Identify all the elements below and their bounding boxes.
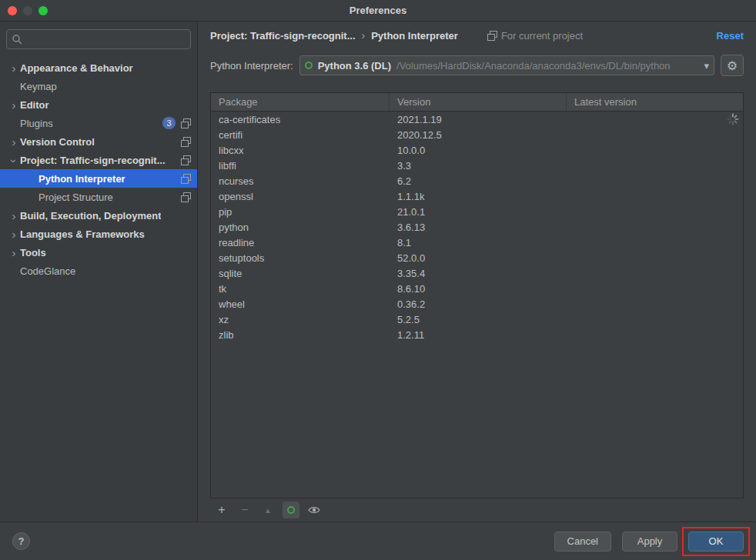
package-name-cell: pip [211, 204, 390, 219]
package-version-cell: 2020.12.5 [390, 127, 567, 142]
breadcrumb-project[interactable]: Project: Traffic-sign-recognit... [210, 30, 356, 42]
package-latest-version-cell [567, 235, 743, 250]
package-version-cell: 1.2.11 [390, 327, 567, 342]
chevron-right-icon[interactable] [8, 210, 20, 222]
package-name-cell: libffi [211, 158, 390, 173]
package-row[interactable]: wheel 0.36.2 [211, 296, 743, 312]
sidebar-item[interactable]: CodeGlance [0, 262, 197, 280]
sidebar-item[interactable]: Project: Traffic-sign-recognit... [0, 151, 197, 169]
package-row[interactable]: libffi 3.3 [211, 158, 743, 173]
package-row[interactable]: tk 8.6.10 [211, 281, 743, 296]
package-version-cell: 8.1 [390, 235, 567, 250]
per-project-settings-icon [181, 137, 190, 146]
package-name-cell: readline [211, 235, 390, 250]
loading-spinner-icon [727, 113, 739, 125]
sidebar-item[interactable]: Build, Execution, Deployment [0, 206, 197, 225]
sidebar-item-label: Version Control [20, 136, 95, 148]
show-early-releases-button[interactable] [306, 502, 323, 518]
package-name-cell: zlib [211, 327, 390, 342]
package-version-cell: 8.6.10 [390, 281, 567, 296]
sidebar-item-label: Tools [20, 247, 46, 258]
sidebar-item-label: Build, Execution, Deployment [20, 210, 161, 222]
interpreter-select[interactable]: Python 3.6 (DL) /Volumes/HardDisk/Anacon… [299, 55, 714, 75]
package-latest-version-cell [567, 158, 743, 173]
package-row[interactable]: xz 5.2.5 [211, 312, 743, 327]
package-table-body: ca-certificates 2021.1.19 certifi 2020.1… [211, 112, 743, 498]
title-bar: Preferences [0, 0, 756, 22]
package-name-cell: xz [211, 312, 390, 327]
package-row[interactable]: libcxx 10.0.0 [211, 142, 743, 158]
package-toolbar [210, 498, 744, 522]
interpreter-settings-button[interactable] [721, 55, 744, 76]
sidebar-item-label: Languages & Frameworks [20, 228, 145, 240]
package-row[interactable]: zlib 1.2.11 [211, 327, 743, 342]
package-row[interactable]: ncurses 6.2 [211, 173, 743, 188]
package-name-cell: setuptools [211, 250, 390, 265]
package-version-cell: 1.1.1k [390, 188, 567, 204]
package-latest-version-cell [567, 142, 743, 158]
sidebar-item[interactable]: Keymap [0, 77, 197, 95]
package-row[interactable]: setuptools 52.0.0 [211, 250, 743, 265]
interpreter-name: Python 3.6 (DL) [318, 60, 391, 72]
package-version-cell: 52.0.0 [390, 250, 567, 265]
settings-search[interactable] [6, 29, 191, 49]
package-name-cell: wheel [211, 296, 390, 312]
package-latest-version-cell [567, 112, 743, 127]
chevron-right-icon[interactable] [8, 155, 20, 167]
sidebar-item[interactable]: Languages & Frameworks [0, 225, 197, 243]
conda-icon [287, 506, 295, 514]
apply-button[interactable]: Apply [622, 532, 677, 552]
package-row[interactable]: python 3.6.13 [211, 219, 743, 235]
chevron-right-icon[interactable] [8, 136, 20, 148]
package-name-cell: sqlite [211, 265, 390, 281]
uninstall-package-button[interactable] [236, 502, 253, 518]
chevron-right-icon[interactable] [8, 99, 20, 111]
upgrade-package-button[interactable] [259, 502, 276, 518]
cancel-button[interactable]: Cancel [554, 532, 611, 552]
column-header-latest-version[interactable]: Latest version [567, 93, 743, 111]
package-row[interactable]: pip 21.0.1 [211, 204, 743, 219]
per-project-settings-icon [487, 31, 497, 40]
settings-sidebar: Appearance & Behavior Keymap Editor Plug… [0, 22, 198, 522]
sidebar-item[interactable]: Plugins 3 [0, 114, 197, 132]
column-header-package[interactable]: Package [211, 93, 390, 111]
preferences-window: Preferences Appearance & Behavior Keymap [0, 0, 756, 560]
column-header-version[interactable]: Version [390, 93, 567, 111]
package-row[interactable]: certifi 2020.12.5 [211, 127, 743, 142]
sidebar-item[interactable]: Appearance & Behavior [0, 58, 197, 77]
breadcrumb: Project: Traffic-sign-recognit... › Pyth… [198, 22, 756, 49]
reset-link[interactable]: Reset [717, 30, 744, 42]
sidebar-item[interactable]: Version Control [0, 132, 197, 151]
sidebar-item-label: Plugins [20, 118, 53, 129]
interpreter-path: /Volumes/HardDisk/Anaconda/anaconda3/env… [396, 60, 699, 72]
use-conda-package-manager-button[interactable] [283, 502, 299, 518]
sidebar-item[interactable]: Editor [0, 95, 197, 114]
chevron-right-icon[interactable] [8, 62, 20, 74]
package-row[interactable]: sqlite 3.35.4 [211, 265, 743, 281]
package-version-cell: 5.2.5 [390, 312, 567, 327]
sidebar-item-label: Appearance & Behavior [20, 62, 133, 74]
package-latest-version-cell [567, 204, 743, 219]
help-button[interactable]: ? [12, 532, 30, 550]
chevron-right-icon[interactable] [8, 228, 20, 240]
package-row[interactable]: ca-certificates 2021.1.19 [211, 112, 743, 127]
package-version-cell: 0.36.2 [390, 296, 567, 312]
chevron-right-icon[interactable] [8, 247, 20, 258]
ok-button[interactable]: OK [688, 532, 744, 552]
package-row[interactable]: readline 8.1 [211, 235, 743, 250]
package-latest-version-cell [567, 281, 743, 296]
package-latest-version-cell [567, 173, 743, 188]
package-row[interactable]: openssl 1.1.1k [211, 188, 743, 204]
package-latest-version-cell [567, 296, 743, 312]
sidebar-item-label: Editor [20, 99, 49, 111]
chevron-down-icon[interactable] [704, 60, 709, 72]
sidebar-item[interactable]: Tools [0, 243, 197, 262]
eye-icon [308, 505, 320, 515]
plugin-count-badge: 3 [162, 117, 176, 129]
settings-search-input[interactable] [27, 34, 186, 45]
sidebar-item[interactable]: Project Structure [0, 188, 197, 206]
install-package-button[interactable] [213, 502, 230, 518]
dialog-footer: ? Cancel Apply OK [0, 522, 756, 560]
search-icon [12, 34, 22, 45]
sidebar-item[interactable]: Python Interpreter [0, 169, 197, 188]
